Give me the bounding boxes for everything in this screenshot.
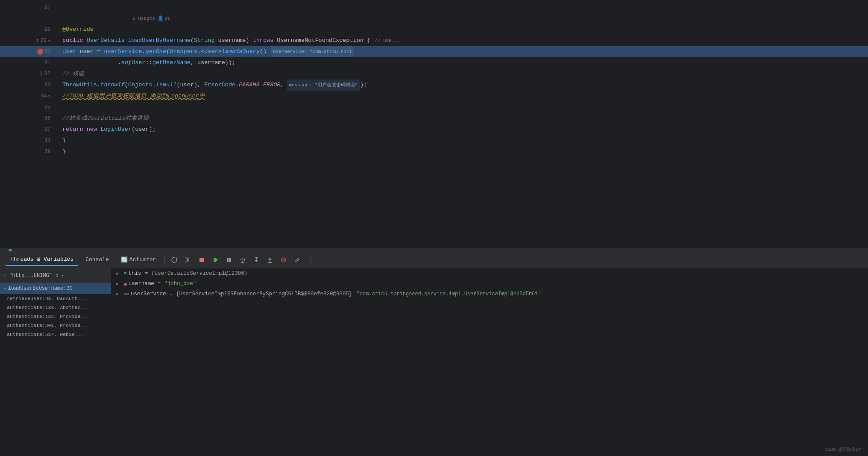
line-number-34: 34 ▾: [0, 91, 56, 102]
type-user2: User: [204, 46, 218, 57]
resume-button[interactable]: [182, 254, 194, 266]
var-icon-userservice: ∞∞: [124, 292, 129, 297]
code-line-33: 33 ThrowUtils . throwIf ( Objects . isNu…: [0, 79, 868, 91]
method-eq: eq: [121, 57, 128, 68]
rerun-icon: [171, 256, 178, 263]
method-getusername: getUserName: [152, 57, 191, 68]
todo-comment2: LoginUser: [168, 91, 199, 102]
tab-threads-variables[interactable]: Threads & Variables: [5, 253, 79, 266]
usage-hint-line: 2 usages 👤 st: [0, 13, 868, 24]
tab-actuator[interactable]: 🔄 Actuator: [116, 254, 161, 266]
threads-panel: ✓ "http...NNING" ⚙ ▾ ↩ loadUserByUsernam…: [0, 268, 111, 456]
fold-icon-34[interactable]: ▾: [48, 94, 50, 99]
var-name-this: this: [129, 271, 141, 277]
frame-label-0: loadUserByUsername:30: [8, 285, 73, 291]
type-userdetails: UserDetails: [87, 35, 125, 46]
frame-icon-0: ↩: [3, 286, 6, 291]
line-number-32: ▎ 32: [0, 68, 56, 79]
step-out-button[interactable]: [264, 254, 276, 266]
resume-icon: [185, 256, 191, 263]
type-string: String: [194, 35, 215, 46]
more-icon: ⋮: [308, 256, 315, 264]
editor-scrollbar[interactable]: [0, 248, 868, 251]
frame-item-1[interactable]: retrieveUser:93, DaoAuth...: [0, 294, 111, 303]
comment-wrap: //封装成UserDetails对象返回: [62, 113, 149, 124]
step-over-button[interactable]: [237, 254, 249, 266]
resume-program-button[interactable]: [209, 254, 221, 266]
mute-breakpoints-button[interactable]: [278, 254, 290, 266]
inlay-hint-userservice: userService: "com.sticu.spri: [271, 46, 354, 57]
svg-rect-5: [229, 258, 231, 262]
thread-filter-icon[interactable]: ⚙: [56, 273, 59, 278]
var-expand-userservice[interactable]: ▶: [116, 291, 122, 297]
code-line-38: 38 }: [0, 135, 868, 146]
thread-checkmark: ✓: [3, 272, 6, 279]
type-throwutils: ThrowUtils: [62, 79, 97, 91]
rerun-button[interactable]: [168, 254, 180, 266]
cursor-32: ▎: [41, 71, 44, 76]
fold-icon-29[interactable]: ▾: [48, 38, 50, 43]
type-objects: Objects: [128, 79, 152, 91]
line-content-38: }: [56, 135, 868, 146]
method-getone: getOne: [145, 46, 166, 57]
line-content-29: public UserDetails loadUserByUsername ( …: [56, 35, 868, 46]
var-row-this[interactable]: ▶ ≡ this = {UserDetailsServiceImpl@12386…: [111, 268, 868, 279]
var-equals-userservice: =: [170, 291, 173, 297]
var-expand-username[interactable]: ▶: [116, 281, 122, 286]
line-number-37: 37: [0, 124, 56, 135]
line-number-35: 35: [0, 102, 56, 113]
toolbar-sep-1: [164, 256, 165, 264]
debug-toolbar: Threads & Variables Console 🔄 Actuator: [0, 251, 868, 268]
line-content-36: //封装成UserDetails对象返回: [56, 113, 868, 124]
usage-person-icon: 👤: [158, 13, 164, 24]
var-expand-this[interactable]: ▶: [116, 271, 122, 276]
var-value-userservice-string: "com.sticu.springseed.service.impl.UserS…: [357, 291, 541, 297]
line-content-30: User user = userService . getOne ( Wrapp…: [56, 46, 868, 57]
thread-dropdown-icon[interactable]: ▾: [61, 273, 64, 278]
usage-hint-content: 2 usages 👤 st: [56, 13, 868, 24]
frame-item-4[interactable]: authenticate:201, Provide...: [0, 321, 111, 330]
stop-button[interactable]: [196, 254, 208, 266]
message-hint: message: "用户名或密码错误": [287, 79, 361, 91]
more-options-button[interactable]: ⋮: [305, 254, 317, 266]
frame-item-2[interactable]: authenticate:133, Abstrac...: [0, 303, 111, 312]
var-row-username[interactable]: ▶ ◉ username = "john_doe": [111, 279, 868, 289]
watermark: CSDN @李狗蛋Sr: [824, 446, 861, 453]
step-over-icon: [239, 256, 246, 263]
line-number-36: 36: [0, 113, 56, 124]
var-name-username: username: [129, 281, 154, 287]
step-into-button[interactable]: [250, 254, 262, 266]
resume-program-icon: [212, 256, 219, 263]
svg-rect-2: [213, 257, 213, 262]
code-editor: 27 2 usages 👤 st 28 @Override: [0, 0, 868, 251]
pause-button[interactable]: [223, 254, 235, 266]
line-content-35: [56, 102, 868, 113]
breakpoint-30[interactable]: [37, 49, 43, 55]
line-number-31: 31: [0, 57, 56, 68]
debug-panel: Threads & Variables Console 🔄 Actuator: [0, 251, 868, 456]
thread-name: "http...NNING": [9, 273, 52, 279]
var-icon-username: ◉: [124, 281, 127, 287]
line-number-33: 33: [0, 79, 56, 91]
edit-button[interactable]: [291, 254, 303, 266]
code-line-37: 37 return new LoginUser (user);: [0, 124, 868, 135]
step-out-icon: [267, 256, 273, 263]
var-row-userservice[interactable]: ▶ ∞∞ userService = {UserServiceImpl$$Enh…: [111, 289, 868, 299]
type-loginuser: LoginUser: [100, 124, 132, 135]
method-throwif: throwIf: [100, 79, 125, 91]
type-errorcode: ErrorCode: [204, 79, 235, 91]
var-equals-username: =: [158, 281, 161, 287]
type-user: User: [62, 46, 76, 57]
step-into-icon: [253, 256, 260, 263]
tab-console[interactable]: Console: [80, 254, 114, 265]
method-isnull: isNull: [156, 79, 177, 91]
frame-item-5[interactable]: authenticate:514, WebSe...: [0, 330, 111, 339]
svg-line-13: [282, 258, 285, 262]
code-line-39: 39 }: [0, 146, 868, 157]
frame-item-0[interactable]: ↩ loadUserByUsername:30: [0, 283, 111, 294]
line-content-28: @Override: [56, 24, 868, 35]
frame-item-3[interactable]: authenticate:182, Provide...: [0, 312, 111, 321]
var-name-userservice: userService: [131, 291, 166, 297]
var-value-userservice: {UserServiceImpl$$EnhancerBySpringCGLIB$…: [176, 291, 352, 297]
svg-rect-4: [227, 258, 229, 262]
